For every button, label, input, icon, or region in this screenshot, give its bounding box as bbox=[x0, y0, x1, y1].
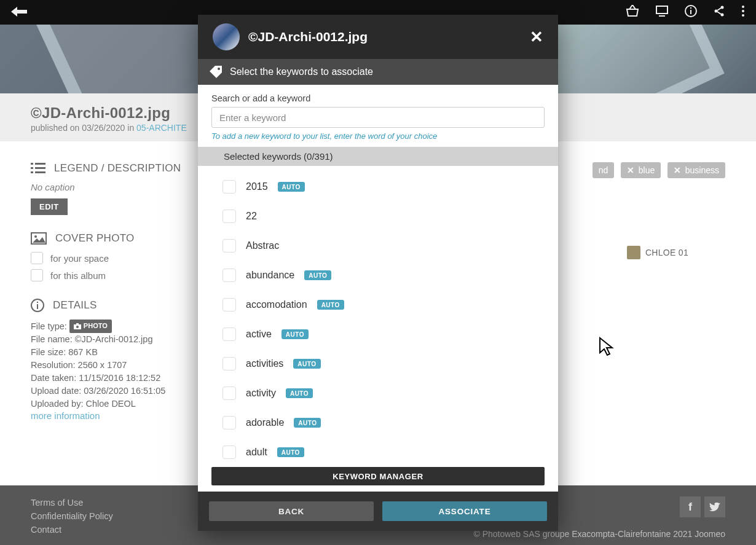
keyword-row[interactable]: Abstrac bbox=[222, 231, 545, 261]
keyword-checkbox[interactable] bbox=[222, 327, 236, 341]
no-caption-text: No caption bbox=[31, 182, 215, 192]
detail-date-taken: Date taken: 11/15/2016 18:12:52 bbox=[31, 372, 215, 385]
modal-header: ©JD-Archi-0012.jpg ✕ bbox=[198, 15, 558, 59]
edit-button[interactable]: EDIT bbox=[31, 198, 68, 215]
modal-title: ©JD-Archi-0012.jpg bbox=[248, 29, 521, 44]
cover-heading: COVER PHOTO bbox=[31, 232, 215, 245]
close-icon[interactable]: ✕ bbox=[674, 165, 681, 175]
footer-confidentiality-link[interactable]: Confidentiality Policy bbox=[31, 510, 113, 523]
svg-point-9 bbox=[742, 10, 744, 12]
auto-badge: AUTO bbox=[294, 418, 321, 428]
slideshow-icon[interactable] bbox=[655, 5, 669, 20]
keyword-manager-button[interactable]: KEYWORD MANAGER bbox=[211, 467, 545, 485]
associate-button[interactable]: ASSOCIATE bbox=[382, 501, 547, 521]
twitter-icon[interactable] bbox=[704, 496, 725, 517]
keyword-checkbox[interactable] bbox=[222, 416, 236, 429]
svg-rect-14 bbox=[35, 167, 45, 169]
tag-chip[interactable]: ✕blue bbox=[621, 162, 661, 178]
camera-icon bbox=[74, 323, 81, 329]
auto-badge: AUTO bbox=[293, 359, 320, 369]
auto-badge: AUTO bbox=[277, 447, 304, 457]
search-label: Search or add a keyword bbox=[211, 93, 545, 103]
keyword-checkbox[interactable] bbox=[222, 239, 236, 253]
keyword-label: abundance bbox=[246, 270, 294, 281]
modal-footer: BACK ASSOCIATE bbox=[198, 492, 558, 531]
search-hint: To add a new keyword to your list, enter… bbox=[211, 131, 545, 141]
keyword-label: active bbox=[246, 329, 272, 340]
keyword-checkbox[interactable] bbox=[222, 445, 236, 459]
svg-rect-4 bbox=[690, 7, 691, 9]
keyword-checkbox[interactable] bbox=[222, 357, 236, 371]
keyword-row[interactable]: 22 bbox=[222, 202, 545, 231]
info-icon[interactable] bbox=[685, 5, 697, 20]
more-information-link[interactable]: more information bbox=[31, 410, 215, 421]
svg-rect-12 bbox=[35, 163, 45, 165]
footer-contact-link[interactable]: Contact bbox=[31, 523, 113, 537]
keyword-label: adult bbox=[246, 447, 267, 458]
keyword-list[interactable]: 2015AUTO22AbstracabundanceAUTOaccomodati… bbox=[198, 166, 558, 461]
tag-icon bbox=[209, 65, 222, 79]
close-icon[interactable]: ✕ bbox=[530, 28, 543, 47]
keyword-checkbox[interactable] bbox=[222, 180, 236, 194]
keyword-row[interactable]: activitiesAUTO bbox=[222, 349, 545, 378]
cover-space-checkbox[interactable] bbox=[31, 252, 43, 264]
tag-chip[interactable]: ✕business bbox=[667, 162, 725, 178]
auto-badge: AUTO bbox=[278, 182, 305, 192]
facebook-icon[interactable]: f bbox=[680, 496, 701, 517]
auto-badge: AUTO bbox=[304, 270, 331, 280]
auto-badge: AUTO bbox=[282, 329, 309, 339]
keyword-label: Abstrac bbox=[246, 240, 279, 251]
detail-file-type: File type: PHOTO bbox=[31, 320, 215, 333]
detail-file-name: File name: ©JD-Archi-0012.jpg bbox=[31, 333, 215, 346]
image-icon bbox=[31, 232, 47, 245]
keyword-row[interactable]: abundanceAUTO bbox=[222, 261, 545, 290]
share-icon[interactable] bbox=[713, 5, 725, 20]
keyword-row[interactable]: adultAUTO bbox=[222, 437, 545, 461]
keyword-row[interactable]: activeAUTO bbox=[222, 320, 545, 349]
svg-rect-15 bbox=[31, 171, 33, 173]
keyword-search-input[interactable] bbox=[211, 107, 545, 128]
svg-point-10 bbox=[742, 14, 744, 17]
back-button[interactable]: BACK bbox=[209, 501, 374, 521]
legend-heading: LEGEND / DESCRIPTION bbox=[31, 162, 215, 174]
basket-icon[interactable] bbox=[626, 5, 639, 20]
svg-rect-11 bbox=[31, 163, 33, 165]
keyword-label: 2015 bbox=[246, 181, 268, 192]
keyword-checkbox[interactable] bbox=[222, 210, 236, 223]
modal-subheader: Select the keywords to associate bbox=[198, 59, 558, 85]
cover-album-label: for this album bbox=[50, 270, 106, 281]
details-heading: DETAILS bbox=[31, 299, 215, 312]
keyword-modal: ©JD-Archi-0012.jpg ✕ Select the keywords… bbox=[198, 15, 558, 531]
svg-rect-3 bbox=[690, 10, 691, 14]
keyword-checkbox[interactable] bbox=[222, 269, 236, 282]
close-icon[interactable]: ✕ bbox=[627, 165, 634, 175]
keyword-row[interactable]: activityAUTO bbox=[222, 378, 545, 408]
svg-rect-1 bbox=[659, 15, 665, 17]
author-thumb bbox=[627, 246, 640, 259]
cover-album-checkbox[interactable] bbox=[31, 269, 43, 281]
more-menu-icon[interactable] bbox=[741, 5, 745, 20]
list-icon bbox=[31, 163, 45, 174]
keyword-row[interactable]: adorableAUTO bbox=[222, 408, 545, 437]
keyword-row[interactable]: accomodationAUTO bbox=[222, 290, 545, 320]
keyword-label: 22 bbox=[246, 211, 257, 222]
svg-rect-23 bbox=[76, 323, 79, 325]
detail-resolution: Resolution: 2560 x 1707 bbox=[31, 359, 215, 372]
modal-thumb bbox=[213, 23, 240, 50]
keyword-label: activities bbox=[246, 358, 283, 369]
svg-rect-21 bbox=[37, 302, 38, 303]
keyword-label: accomodation bbox=[246, 299, 307, 310]
keyword-label: adorable bbox=[246, 417, 284, 428]
svg-point-25 bbox=[218, 68, 220, 70]
keyword-checkbox[interactable] bbox=[222, 298, 236, 312]
album-link[interactable]: 05-ARCHITE bbox=[136, 123, 187, 133]
svg-point-8 bbox=[742, 6, 744, 8]
info-circle-icon bbox=[31, 299, 44, 312]
svg-rect-16 bbox=[35, 171, 45, 173]
back-arrow-icon[interactable] bbox=[11, 6, 27, 20]
tag-chip[interactable]: nd bbox=[593, 162, 615, 178]
keyword-row[interactable]: 2015AUTO bbox=[222, 172, 545, 202]
detail-file-size: File size: 867 KB bbox=[31, 346, 215, 359]
footer-terms-link[interactable]: Terms of Use bbox=[31, 496, 113, 510]
keyword-checkbox[interactable] bbox=[222, 386, 236, 400]
